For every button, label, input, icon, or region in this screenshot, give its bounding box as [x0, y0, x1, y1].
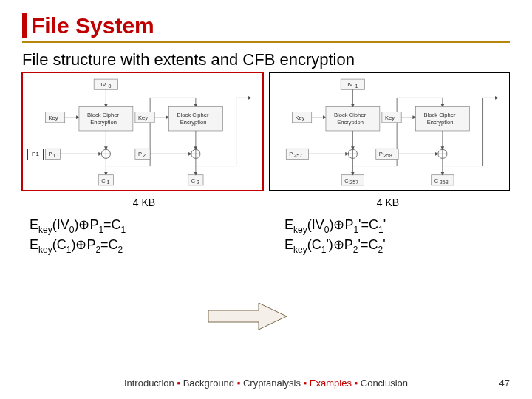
svg-rect-11	[98, 175, 113, 185]
svg-rect-23	[188, 175, 203, 185]
svg-text:C: C	[434, 177, 439, 184]
title-accent	[22, 13, 27, 38]
sep-icon: ▪	[177, 378, 183, 389]
svg-text:IV: IV	[347, 81, 353, 88]
svg-text:C: C	[101, 177, 106, 184]
svg-text:Block Cipher: Block Cipher	[424, 112, 456, 118]
svg-text:Encryption: Encryption	[427, 119, 454, 126]
crumb-conclusion: Conclusion	[361, 378, 408, 389]
eq-right-2: Ekey(C1')⊕P2'=C2'	[284, 236, 510, 256]
svg-text:2: 2	[143, 153, 146, 159]
equations-row: Ekey(IV0)⊕P1=C1 Ekey(C1)⊕P2=C2 Ekey(IV0)…	[22, 216, 510, 256]
svg-text:1: 1	[53, 153, 56, 159]
footer-breadcrumb: Introduction ▪ Background ▪ Cryptanalysi…	[0, 378, 532, 389]
svg-text:Block Cipher: Block Cipher	[177, 112, 209, 118]
eq-left-1: Ekey(IV0)⊕P1=C1	[30, 216, 255, 236]
eq-right-1: Ekey(IV0)⊕P1'=C1'	[284, 216, 510, 236]
slide: File System File structure with extents …	[0, 0, 532, 256]
sep-icon: ▪	[237, 378, 243, 389]
svg-text:258: 258	[440, 180, 449, 185]
svg-text:Key: Key	[385, 115, 395, 121]
iv-label: IV	[100, 81, 106, 88]
eq-left-2: Ekey(C1)⊕P2=C2	[30, 236, 255, 256]
svg-text:Block Cipher: Block Cipher	[334, 112, 366, 118]
crumb-cryptanalysis: Cryptanalysis	[243, 378, 301, 389]
transform-arrow-icon	[207, 301, 288, 334]
svg-text:Encryption: Encryption	[90, 119, 117, 126]
crumb-intro: Introduction	[124, 378, 174, 389]
svg-text:2: 2	[197, 180, 200, 185]
svg-text:P: P	[379, 151, 383, 157]
svg-text:P: P	[48, 151, 52, 157]
svg-text:257: 257	[349, 180, 358, 185]
slide-title: File System	[31, 13, 154, 41]
svg-text:C: C	[344, 177, 349, 184]
cfb-diagram-right: IV1 Block Cipher Encryption Key P257 C25…	[270, 73, 509, 193]
svg-text:Key: Key	[48, 115, 58, 121]
title-row: File System	[22, 13, 510, 43]
slide-subtitle: File structure with extents and CFB encr…	[22, 50, 510, 69]
size-left: 4 KB	[22, 197, 266, 208]
cfb-diagram-left: IV0 Block Cipher Encryption Key P1	[23, 73, 262, 193]
svg-text:Encryption: Encryption	[180, 119, 207, 126]
svg-text:...: ...	[248, 98, 252, 105]
crumb-examples: Examples	[310, 378, 352, 389]
page-number: 47	[499, 378, 510, 389]
extent-left: P1 IV0 Block Cipher Encryption Key	[22, 72, 263, 191]
diagram-row: P1 IV0 Block Cipher Encryption Key	[22, 72, 510, 191]
svg-text:Key: Key	[138, 115, 148, 121]
svg-text:Encryption: Encryption	[337, 119, 364, 126]
svg-text:P: P	[289, 151, 293, 157]
size-right: 4 KB	[266, 197, 510, 208]
svg-text:258: 258	[383, 153, 392, 159]
sep-icon: ▪	[304, 378, 310, 389]
svg-text:...: ...	[494, 98, 499, 105]
svg-text:0: 0	[108, 83, 111, 89]
crumb-background: Background	[183, 378, 234, 389]
sep-icon: ▪	[355, 378, 361, 389]
svg-text:C: C	[191, 177, 196, 184]
extent-right: IV1 Block Cipher Encryption Key P257 C25…	[269, 72, 510, 191]
equations-right: Ekey(IV0)⊕P1'=C1' Ekey(C1')⊕P2'=C2'	[255, 216, 510, 256]
svg-text:257: 257	[293, 153, 302, 159]
svg-text:1: 1	[355, 83, 358, 89]
svg-text:Key: Key	[295, 115, 304, 121]
equations-left: Ekey(IV0)⊕P1=C1 Ekey(C1)⊕P2=C2	[22, 216, 255, 256]
svg-text:P: P	[138, 151, 142, 157]
svg-text:Block Cipher: Block Cipher	[87, 112, 119, 118]
size-row: 4 KB 4 KB	[22, 197, 510, 208]
svg-text:1: 1	[106, 180, 109, 185]
